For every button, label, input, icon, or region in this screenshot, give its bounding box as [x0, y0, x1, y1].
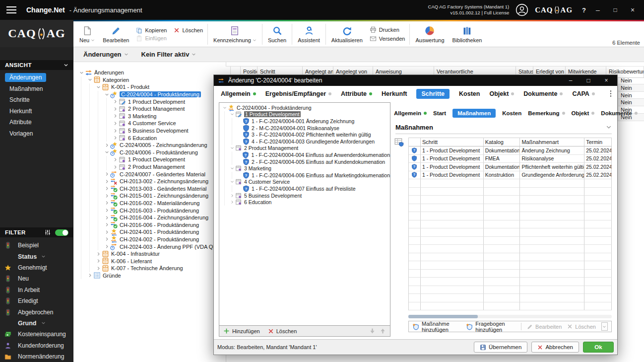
collapse-icon[interactable]: [104, 150, 110, 154]
send-button[interactable]: Versenden: [370, 35, 405, 42]
filter-item-in-arbeit[interactable]: In Arbeit: [0, 285, 73, 295]
collapse-icon[interactable]: [222, 106, 228, 110]
empty-row[interactable]: [409, 220, 612, 229]
measures-column-katalog[interactable]: Katalog: [484, 138, 520, 146]
expand-icon[interactable]: [104, 244, 110, 249]
risk-cell[interactable]: Nein: [618, 99, 644, 106]
measure-row[interactable]: 1 - Product DevelopmentDokumentationPfli…: [409, 163, 612, 171]
minimize-button[interactable]: –: [592, 6, 603, 14]
dialog-tab-dokumente[interactable]: Dokumente: [523, 89, 563, 99]
new-button[interactable]: Neu: [75, 22, 99, 47]
expand-icon[interactable]: [112, 99, 119, 104]
view-dropdown[interactable]: Änderungen: [83, 51, 129, 58]
expand-icon[interactable]: [112, 165, 119, 169]
filter-item-erledigt[interactable]: Erledigt: [0, 295, 73, 306]
dialog-tree-item-row[interactable]: 6 Education: [219, 199, 390, 206]
dialog-tab-attribute[interactable]: Attribute: [341, 89, 372, 99]
risk-cell[interactable]: Nein: [618, 84, 644, 92]
expand-icon[interactable]: [104, 237, 110, 241]
tree-item-row[interactable]: CH-2015-001 - Zeichnungsänderung: [74, 192, 225, 200]
tree-item-row[interactable]: CH-2013-003 - Geändertes Material: [74, 185, 225, 193]
apply-button[interactable]: Übernehmen: [474, 342, 527, 353]
scroll-down-button[interactable]: [601, 322, 608, 331]
tree-item-row[interactable]: CH-2024-002 - Produktänderung: [74, 236, 225, 243]
empty-row[interactable]: [409, 228, 612, 237]
empty-row[interactable]: [409, 286, 612, 294]
tree-item-row[interactable]: K-004 - Infrastruktur: [74, 250, 225, 258]
sidebar-item-vorlagen[interactable]: Vorlagen: [0, 128, 73, 140]
filter-item-genehmigt[interactable]: Genehmigt: [0, 262, 73, 273]
detail-tab-bemerkung[interactable]: Bemerkung: [528, 109, 565, 118]
tree-item-row[interactable]: Gründe: [74, 272, 225, 280]
expand-icon[interactable]: [104, 179, 110, 184]
dialog-tree-item-row[interactable]: 2 - F-C-2024/0004-005 Einfluss auf Kunde…: [219, 158, 390, 165]
ansicht-section-header[interactable]: ANSICHT: [0, 60, 73, 70]
dialog-close-button[interactable]: ×: [601, 77, 611, 84]
tree-item-row[interactable]: 5 Business Development: [74, 127, 225, 135]
dialog-tree-item-row[interactable]: 3 - F-C-2024/0004-002 Pflichtenheft weit…: [219, 131, 390, 138]
tree-item-row[interactable]: CH-2016-004 - Zeichnungsänderung: [74, 214, 225, 221]
filter-item-beispiel[interactable]: Beispiel: [0, 240, 73, 251]
measures-column-schritt[interactable]: Schritt: [421, 138, 484, 146]
collapse-icon[interactable]: [104, 92, 110, 97]
risk-cell[interactable]: Nein: [618, 92, 644, 99]
dialog-tree-item-row[interactable]: C-2024/0004 - Produktänderung: [219, 104, 390, 111]
cancel-button[interactable]: Abbrechen: [531, 342, 579, 353]
tree-item-row[interactable]: 1 Product Development: [74, 156, 225, 163]
empty-row[interactable]: [409, 196, 612, 204]
sidebar-item-änderungen[interactable]: Änderungen: [0, 72, 73, 83]
tree-item-row[interactable]: C-2024/0005 - Zeichnungsänderung: [74, 142, 225, 149]
collapse-section-icon[interactable]: [606, 124, 612, 130]
sidebar-item-maßnahmen[interactable]: Maßnahmen: [0, 83, 73, 95]
tree-item-row[interactable]: CH-2016-006 - Produktänderung: [74, 221, 225, 228]
expand-icon[interactable]: [104, 216, 110, 220]
expand-icon[interactable]: [95, 266, 102, 271]
detail-tab-allgemein[interactable]: Allgemein: [394, 109, 427, 118]
hamburger-menu-icon[interactable]: [6, 6, 16, 13]
tree-item-row[interactable]: 1 Product Development: [74, 98, 225, 105]
dialog-tree-item-row[interactable]: 1 Product Development: [219, 111, 390, 118]
expand-icon[interactable]: [95, 252, 102, 256]
assistant-button[interactable]: Assistent: [294, 22, 324, 47]
tree-item-row[interactable]: CH-2024-003 - Änderung PPF (VDA QMC): [74, 243, 225, 250]
tree-item-row[interactable]: K-006 - Lieferant: [74, 257, 225, 265]
add-questionnaire-button[interactable]: Fragebogen hinzufügen: [466, 321, 515, 333]
expand-icon[interactable]: [112, 157, 119, 162]
detail-tab-maßnahmen[interactable]: Maßnahmen: [452, 109, 496, 118]
tree-item-row[interactable]: 6 Education: [74, 134, 225, 142]
empty-row[interactable]: [409, 245, 612, 253]
dialog-tab-schritte[interactable]: Schritte: [416, 89, 450, 99]
expand-icon[interactable]: [95, 259, 102, 263]
detail-tab-dokumente[interactable]: Dokumente: [601, 109, 638, 118]
tree-item-row[interactable]: C-2024/0004 - Produktänderung: [74, 91, 225, 98]
expand-icon[interactable]: [104, 208, 110, 213]
collapse-icon[interactable]: [87, 77, 93, 82]
filter-toggle[interactable]: [55, 229, 68, 236]
empty-row[interactable]: [409, 237, 612, 245]
delete-button[interactable]: Löschen: [174, 27, 203, 34]
delete-measure-button[interactable]: Löschen: [567, 324, 596, 330]
empty-row[interactable]: [409, 261, 612, 270]
dialog-tab-ergebnis-empfänger[interactable]: Ergebnis/Empfänger: [265, 89, 331, 99]
tree-item-row[interactable]: Kategorien: [74, 76, 225, 84]
tree-item-row[interactable]: 2 Product Management: [74, 105, 225, 113]
dialog-tab-capa[interactable]: CAPA: [572, 89, 595, 99]
collapse-icon[interactable]: [229, 146, 235, 150]
filter-item-status[interactable]: Status: [0, 251, 73, 262]
filter-item-normenänderung[interactable]: Normenänderung: [0, 351, 73, 362]
evaluation-button[interactable]: Auswertung: [411, 22, 448, 47]
expand-icon[interactable]: [112, 107, 119, 111]
empty-row[interactable]: [409, 179, 612, 188]
measure-row[interactable]: 1 - Product DevelopmentKonstruktionGrund…: [409, 171, 612, 180]
dialog-maximize-button[interactable]: □: [583, 77, 593, 84]
expand-icon[interactable]: [87, 273, 93, 278]
dialog-tree-item-row[interactable]: 4 Customer Service: [219, 179, 390, 186]
detail-tab-objekt[interactable]: Objekt: [572, 109, 595, 118]
dialog-tab-herkunft[interactable]: Herkunft: [382, 89, 407, 99]
detail-tab-kosten[interactable]: Kosten: [502, 109, 521, 118]
add-measure-button[interactable]: Maßnahme hinzufügen: [412, 321, 460, 333]
tree-item-row[interactable]: 3 Marketing: [74, 113, 225, 120]
empty-row[interactable]: [409, 212, 612, 220]
dialog-tree-item-row[interactable]: 1 - F-C-2024/0004-007 Einfluss auf Preis…: [219, 185, 390, 192]
dialog-tree-item-row[interactable]: 1 - F-C-2024/0004-006 Einfluss auf Marke…: [219, 172, 390, 179]
